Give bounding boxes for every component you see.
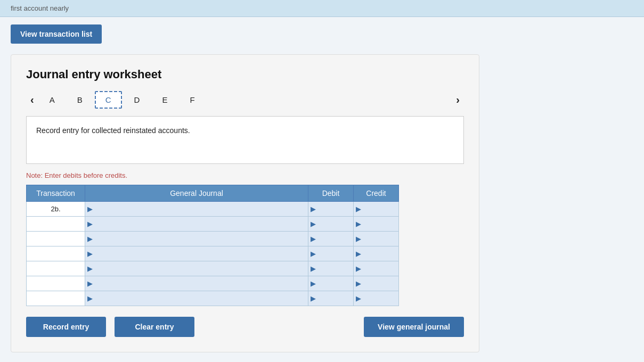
tab-d[interactable]: D	[124, 92, 150, 108]
table-row-credit-4[interactable]: ▶	[354, 261, 399, 276]
table-row-credit-6[interactable]: ▶	[354, 291, 399, 306]
table-row-debit-4[interactable]: ▶	[308, 261, 354, 276]
credit-input-6[interactable]	[362, 291, 398, 306]
instruction-text: Record entry for collected reinstated ac…	[36, 126, 190, 135]
journal-input-0[interactable]	[94, 202, 308, 216]
table-row-journal-5[interactable]: ▶	[85, 276, 308, 291]
credit-arrow-icon-5: ▶	[356, 279, 361, 287]
table-row-credit-1[interactable]: ▶	[354, 217, 399, 232]
table-row-transaction-1	[27, 217, 85, 232]
journal-arrow-icon-4: ▶	[87, 265, 93, 273]
col-header-debit: Debit	[308, 185, 354, 202]
journal-arrow-icon-3: ▶	[87, 250, 93, 258]
journal-input-2[interactable]	[94, 232, 308, 246]
tab-next-arrow[interactable]: ›	[452, 92, 464, 108]
view-transaction-button[interactable]: View transaction list	[11, 24, 102, 44]
debit-input-6[interactable]	[317, 291, 353, 306]
journal-arrow-icon-0: ▶	[87, 205, 93, 213]
table-row-debit-2[interactable]: ▶	[308, 232, 354, 246]
journal-input-1[interactable]	[94, 217, 308, 231]
credit-input-3[interactable]	[362, 246, 398, 261]
table-row-transaction-2	[27, 232, 85, 246]
credit-arrow-icon-6: ▶	[356, 294, 361, 302]
tab-a[interactable]: A	[39, 92, 65, 108]
credit-input-0[interactable]	[362, 202, 398, 216]
debit-arrow-icon-6: ▶	[311, 294, 316, 302]
worksheet-title: Journal entry worksheet	[26, 68, 464, 81]
debit-input-0[interactable]	[317, 202, 353, 216]
debit-input-3[interactable]	[317, 246, 353, 261]
credit-arrow-icon-0: ▶	[356, 205, 361, 213]
table-row-credit-5[interactable]: ▶	[354, 276, 399, 291]
table-row-debit-6[interactable]: ▶	[308, 291, 354, 306]
journal-input-3[interactable]	[94, 246, 308, 261]
table-row-credit-2[interactable]: ▶	[354, 232, 399, 246]
table-row-debit-0[interactable]: ▶	[308, 202, 354, 217]
table-row-credit-0[interactable]: ▶	[354, 202, 399, 217]
table-row-debit-3[interactable]: ▶	[308, 246, 354, 261]
table-row-debit-5[interactable]: ▶	[308, 276, 354, 291]
debit-arrow-icon-3: ▶	[311, 250, 316, 258]
table-row-transaction-0: 2b.	[27, 202, 85, 217]
credit-input-4[interactable]	[362, 261, 398, 276]
table-row-transaction-3	[27, 246, 85, 261]
table-row-journal-4[interactable]: ▶	[85, 261, 308, 276]
debit-arrow-icon-1: ▶	[311, 220, 316, 228]
table-row-credit-3[interactable]: ▶	[354, 246, 399, 261]
clear-entry-button[interactable]: Clear entry	[115, 317, 194, 337]
instruction-box: Record entry for collected reinstated ac…	[26, 116, 464, 164]
buttons-row: Record entry Clear entry View general jo…	[26, 317, 464, 337]
header-area: View transaction list	[0, 17, 644, 49]
table-row-journal-3[interactable]: ▶	[85, 246, 308, 261]
view-general-journal-button[interactable]: View general journal	[364, 317, 464, 337]
debit-input-5[interactable]	[317, 276, 353, 291]
worksheet-panel: Journal entry worksheet ‹ A B C D E F › …	[11, 54, 479, 352]
table-row-transaction-6	[27, 291, 85, 306]
journal-input-5[interactable]	[94, 276, 308, 291]
journal-arrow-icon-1: ▶	[87, 220, 93, 228]
top-bar: first account nearly	[0, 0, 644, 17]
tab-navigation: ‹ A B C D E F ›	[26, 91, 464, 109]
record-entry-button[interactable]: Record entry	[26, 317, 106, 337]
credit-input-5[interactable]	[362, 276, 398, 291]
debit-arrow-icon-4: ▶	[311, 265, 316, 273]
debit-arrow-icon-5: ▶	[311, 279, 316, 287]
journal-table: Transaction General Journal Debit Credit…	[26, 185, 399, 306]
note-text: Note: Enter debits before credits.	[26, 171, 464, 179]
journal-arrow-icon-6: ▶	[87, 294, 93, 302]
journal-input-4[interactable]	[94, 261, 308, 276]
credit-arrow-icon-3: ▶	[356, 250, 361, 258]
col-header-general-journal: General Journal	[85, 185, 308, 202]
credit-arrow-icon-2: ▶	[356, 235, 361, 243]
tab-f[interactable]: F	[180, 92, 205, 108]
credit-input-1[interactable]	[362, 217, 398, 231]
main-content: Journal entry worksheet ‹ A B C D E F › …	[0, 49, 644, 362]
col-header-transaction: Transaction	[27, 185, 85, 202]
tab-c[interactable]: C	[95, 91, 122, 109]
journal-input-6[interactable]	[94, 291, 308, 306]
tab-e[interactable]: E	[152, 92, 177, 108]
table-row-journal-2[interactable]: ▶	[85, 232, 308, 246]
debit-input-2[interactable]	[317, 232, 353, 246]
tab-prev-arrow[interactable]: ‹	[26, 92, 38, 108]
journal-arrow-icon-2: ▶	[87, 235, 93, 243]
table-row-transaction-5	[27, 276, 85, 291]
credit-arrow-icon-4: ▶	[356, 265, 361, 273]
debit-input-4[interactable]	[317, 261, 353, 276]
col-header-credit: Credit	[354, 185, 399, 202]
table-row-journal-6[interactable]: ▶	[85, 291, 308, 306]
credit-input-2[interactable]	[362, 232, 398, 246]
credit-arrow-icon-1: ▶	[356, 220, 361, 228]
table-row-debit-1[interactable]: ▶	[308, 217, 354, 232]
debit-input-1[interactable]	[317, 217, 353, 231]
tab-b[interactable]: B	[67, 92, 93, 108]
debit-arrow-icon-2: ▶	[311, 235, 316, 243]
table-row-journal-0[interactable]: ▶	[85, 202, 308, 217]
table-row-journal-1[interactable]: ▶	[85, 217, 308, 232]
journal-arrow-icon-5: ▶	[87, 279, 93, 287]
top-bar-text: first account nearly	[11, 4, 69, 12]
table-row-transaction-4	[27, 261, 85, 276]
debit-arrow-icon-0: ▶	[311, 205, 316, 213]
